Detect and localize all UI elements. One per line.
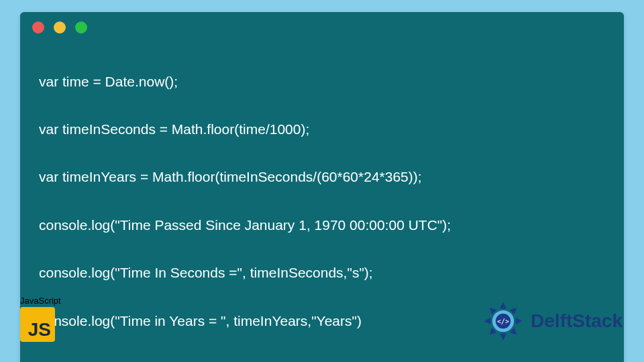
code-line: var timeInSeconds = Math.floor(time/1000… — [39, 117, 605, 141]
javascript-label: JavaScript — [20, 296, 68, 306]
code-line: var timeInYears = Math.floor(timeInSecon… — [39, 165, 605, 189]
window-traffic-lights — [20, 12, 624, 38]
svg-marker-6 — [484, 318, 491, 324]
delftstack-brand: </> DelftStack — [482, 300, 623, 342]
svg-marker-5 — [487, 328, 496, 337]
minimize-dot-icon — [54, 21, 66, 34]
close-dot-icon — [32, 21, 44, 34]
svg-marker-2 — [516, 318, 523, 324]
svg-marker-1 — [510, 305, 519, 314]
delftstack-name: DelftStack — [531, 310, 623, 332]
delftstack-logo-icon: </> — [482, 300, 524, 342]
javascript-tile-icon: JS — [20, 307, 55, 342]
code-line: var newtime = new Date().getTime(); — [39, 357, 605, 362]
code-line: console.log("Time In Seconds =", timeInS… — [39, 261, 605, 285]
javascript-badge: JavaScript JS — [20, 296, 68, 342]
javascript-tile-text: JS — [28, 319, 51, 341]
svg-marker-0 — [500, 302, 506, 308]
code-line: var time = Date.now(); — [39, 70, 605, 94]
svg-marker-7 — [487, 305, 496, 314]
svg-marker-3 — [510, 328, 519, 337]
svg-marker-4 — [500, 334, 506, 341]
svg-text:</>: </> — [497, 318, 509, 325]
code-line: console.log("Time Passed Since January 1… — [39, 213, 605, 237]
maximize-dot-icon — [75, 21, 87, 34]
